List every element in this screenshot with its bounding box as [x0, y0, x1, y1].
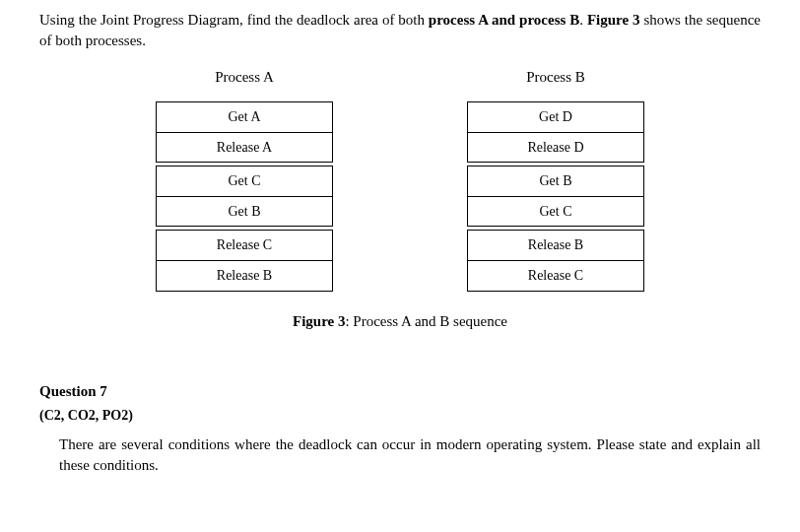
intro-middle: .	[579, 12, 587, 28]
process-a-step: Get C	[156, 166, 333, 197]
process-a-step: Release A	[156, 132, 333, 164]
process-a-column: Process A Get A Release A Get C Get B Re…	[146, 67, 343, 292]
process-a-step: Release C	[156, 230, 333, 261]
figure-label: Figure 3	[293, 313, 345, 329]
process-b-step: Get D	[467, 101, 644, 133]
process-a-step: Get A	[156, 101, 333, 133]
process-b-step: Get B	[467, 166, 644, 197]
question-heading: Question 7	[39, 381, 761, 402]
figure-caption-text: : Process A and B sequence	[345, 313, 507, 329]
intro-figbold: Figure 3	[587, 12, 640, 28]
figure-caption: Figure 3: Process A and B sequence	[39, 311, 761, 332]
question-text: There are several conditions where the d…	[59, 434, 761, 476]
process-a-step: Release B	[156, 260, 333, 292]
intro-prefix: Using the Joint Progress Diagram, find t…	[39, 12, 429, 28]
process-b-step: Release D	[467, 132, 644, 164]
process-b-step: Get C	[467, 196, 644, 228]
processes-container: Process A Get A Release A Get C Get B Re…	[89, 67, 711, 292]
process-b-title: Process B	[526, 67, 585, 88]
intro-paragraph: Using the Joint Progress Diagram, find t…	[39, 10, 761, 51]
process-a-step: Get B	[156, 196, 333, 228]
process-b-column: Process B Get D Release D Get B Get C Re…	[457, 67, 654, 292]
intro-bold: process A and process B	[429, 12, 579, 28]
process-b-step: Release B	[467, 230, 644, 261]
process-b-step: Release C	[467, 260, 644, 292]
question-codes: (C2, CO2, PO2)	[39, 406, 761, 426]
process-a-title: Process A	[215, 67, 274, 88]
